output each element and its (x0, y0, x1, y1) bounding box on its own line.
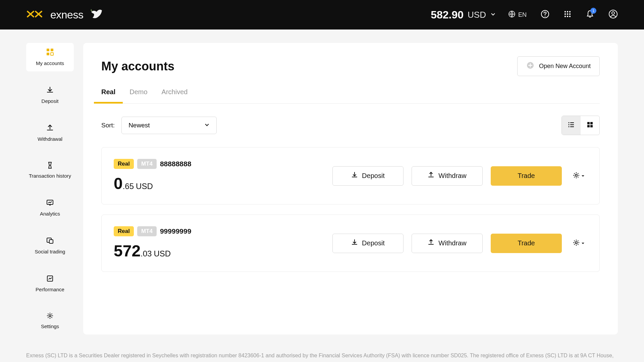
sort-value: Newest (128, 122, 150, 129)
account-id: 88888888 (160, 160, 191, 168)
svg-point-28 (568, 126, 569, 127)
deposit-button[interactable]: Deposit (332, 166, 404, 186)
tab-demo[interactable]: Demo (129, 86, 147, 103)
dove-icon (89, 7, 103, 22)
chevron-down-icon (204, 122, 210, 129)
balance-currency: USD (154, 249, 171, 258)
app-header: exness 582.90 USD EN (0, 0, 644, 29)
sidebar-item-analytics[interactable]: Analytics (26, 194, 74, 222)
withdraw-icon (428, 172, 434, 180)
svg-rect-32 (587, 125, 590, 127)
svg-point-6 (565, 13, 566, 15)
sort-dropdown[interactable]: Newest (121, 117, 217, 134)
svg-rect-33 (590, 125, 593, 127)
account-card: Real MT4 88888888 0 .65 USD Deposit With (101, 147, 600, 204)
svg-point-22 (49, 315, 51, 317)
deposit-button[interactable]: Deposit (332, 234, 404, 253)
svg-point-3 (565, 11, 566, 12)
sidebar-item-label: Deposit (42, 98, 59, 105)
svg-point-34 (575, 174, 577, 176)
language-selector[interactable]: EN (508, 10, 527, 19)
accounts-icon (46, 48, 54, 58)
account-info: Real MT4 99999999 572 .03 USD (114, 226, 191, 260)
svg-point-8 (569, 13, 571, 15)
list-view-button[interactable] (562, 116, 581, 135)
deposit-icon (46, 86, 54, 96)
help-button[interactable] (541, 10, 549, 20)
withdraw-button[interactable]: Withdraw (412, 234, 483, 253)
account-settings-dropdown[interactable] (570, 239, 587, 248)
balance-integer: 572 (114, 242, 141, 260)
sidebar-item-label: Social trading (35, 249, 65, 255)
list-icon (568, 121, 575, 130)
svg-point-11 (569, 16, 571, 17)
svg-point-10 (567, 16, 568, 17)
sidebar-item-label: Transaction history (29, 173, 71, 179)
notifications-button[interactable]: 1 (586, 10, 594, 20)
trade-label: Trade (518, 172, 535, 180)
legal-footer: Exness (SC) LTD is a Securities Dealer r… (0, 335, 644, 362)
sidebar-item-performance[interactable]: Performance (26, 270, 74, 298)
brand-logo[interactable]: exness (26, 9, 83, 21)
sidebar-nav: My accounts Deposit Withdrawal Transacti… (26, 29, 74, 335)
trade-button[interactable]: Trade (491, 166, 562, 186)
sidebar-item-transaction-history[interactable]: Transaction history (26, 157, 74, 184)
language-code: EN (518, 11, 527, 18)
svg-point-2 (545, 16, 546, 17)
svg-rect-29 (570, 126, 574, 127)
account-actions: Deposit Withdraw Trade (332, 166, 587, 186)
sidebar-item-withdrawal[interactable]: Withdrawal (26, 119, 74, 147)
svg-rect-16 (47, 53, 49, 55)
open-new-account-button[interactable]: Open New Account (517, 56, 600, 76)
balance-integer: 0 (114, 174, 123, 193)
account-platform-tag: MT4 (137, 159, 157, 169)
deposit-label: Deposit (362, 239, 385, 247)
balance-decimal: .65 (123, 182, 134, 191)
account-settings-dropdown[interactable] (570, 172, 587, 180)
header-left: exness (26, 7, 103, 22)
brand-name: exness (50, 9, 83, 21)
social-trading-icon (46, 237, 54, 246)
account-balance: 572 .03 USD (114, 242, 191, 260)
sidebar-item-settings[interactable]: Settings (26, 307, 74, 335)
tab-real[interactable]: Real (101, 86, 115, 103)
withdraw-button[interactable]: Withdraw (412, 166, 483, 186)
open-new-account-label: Open New Account (539, 63, 591, 70)
profile-button[interactable] (608, 9, 618, 20)
notification-badge: 1 (590, 8, 596, 14)
trade-button[interactable]: Trade (491, 234, 562, 253)
account-tags: Real MT4 88888888 (114, 159, 191, 169)
logo-mark-icon (26, 9, 47, 21)
sidebar-item-label: Performance (36, 287, 64, 293)
grid-view-button[interactable] (581, 116, 599, 135)
withdrawal-icon (46, 124, 54, 133)
sidebar-item-label: Settings (41, 323, 59, 330)
balance-currency: USD (468, 10, 486, 20)
apps-grid-button[interactable] (564, 10, 572, 19)
balance-dropdown[interactable]: 582.90 USD (431, 9, 496, 21)
balance-amount: 582.90 (431, 9, 464, 21)
header-icons: EN 1 (508, 9, 618, 20)
analytics-icon (46, 199, 54, 208)
tab-archived[interactable]: Archived (162, 86, 188, 103)
balance-decimal: .03 (141, 249, 152, 258)
svg-point-24 (568, 122, 569, 123)
plus-circle-icon (526, 61, 534, 71)
performance-icon (46, 275, 54, 284)
globe-icon (508, 10, 516, 19)
page-header-row: My accounts Open New Account (101, 56, 600, 76)
withdraw-label: Withdraw (438, 172, 466, 180)
sidebar-item-social-trading[interactable]: Social trading (26, 232, 74, 260)
main-panel: My accounts Open New Account Real Demo A… (83, 43, 618, 335)
grid-icon (586, 121, 594, 130)
sidebar-item-deposit[interactable]: Deposit (26, 81, 74, 109)
svg-rect-15 (51, 49, 53, 51)
account-type-tag: Real (114, 159, 134, 169)
account-info: Real MT4 88888888 0 .65 USD (114, 159, 191, 193)
sidebar-item-my-accounts[interactable]: My accounts (26, 43, 74, 71)
svg-point-5 (569, 11, 571, 12)
caret-down-icon (581, 240, 585, 246)
sidebar-item-label: Withdrawal (38, 136, 62, 142)
svg-point-26 (568, 124, 569, 125)
sort-group: Sort: Newest (101, 117, 217, 134)
